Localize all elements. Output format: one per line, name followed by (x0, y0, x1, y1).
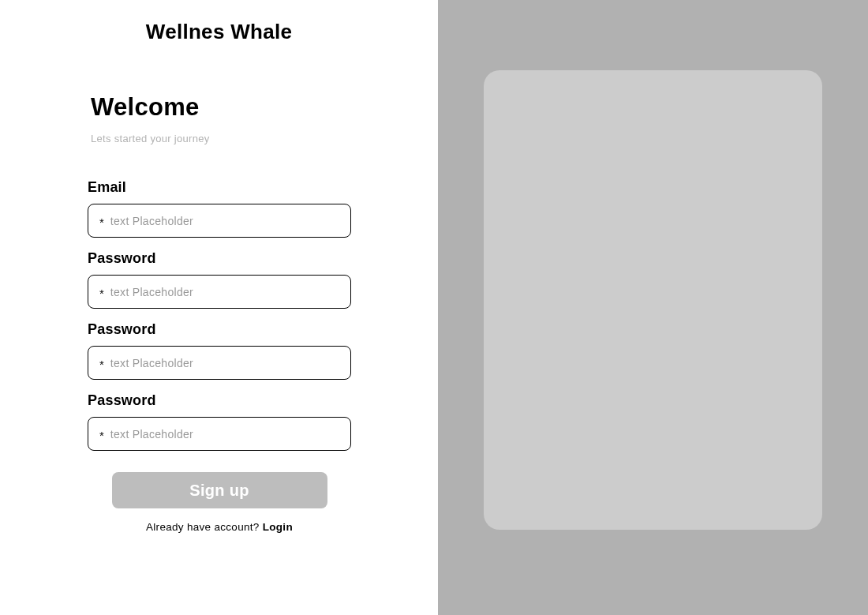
required-mark-icon: * (99, 429, 104, 442)
password-input-wrapper-1: * (88, 275, 351, 309)
required-mark-icon: * (99, 216, 104, 229)
brand-title: Wellnes Whale (0, 20, 438, 44)
password-input-wrapper-2: * (88, 346, 351, 380)
required-mark-icon: * (99, 287, 104, 300)
password-form-group-2: Password * (88, 321, 351, 380)
welcome-heading: Welcome (91, 93, 438, 122)
right-panel (438, 0, 868, 615)
login-link[interactable]: Login (263, 521, 293, 533)
welcome-subtext: Lets started your journey (91, 133, 438, 144)
login-prompt: Already have account? Login (88, 521, 351, 533)
password-form-group-3: Password * (88, 392, 351, 451)
signup-button[interactable]: Sign up (112, 472, 327, 508)
image-placeholder (484, 70, 822, 530)
welcome-section: Welcome Lets started your journey (91, 93, 438, 144)
password-label-2: Password (88, 321, 351, 338)
required-mark-icon: * (99, 358, 104, 371)
password-input-2[interactable] (110, 357, 350, 369)
password-label-3: Password (88, 392, 351, 409)
email-label: Email (88, 179, 351, 196)
left-panel: Wellnes Whale Welcome Lets started your … (0, 0, 438, 615)
email-input[interactable] (110, 215, 350, 227)
password-input-wrapper-3: * (88, 417, 351, 451)
login-prompt-text: Already have account? (146, 521, 263, 533)
email-form-group: Email * (88, 179, 351, 238)
signup-form: Email * Password * Password * Password * (88, 179, 351, 533)
email-input-wrapper: * (88, 204, 351, 238)
password-input-1[interactable] (110, 286, 350, 298)
password-input-3[interactable] (110, 428, 350, 441)
password-form-group-1: Password * (88, 250, 351, 309)
password-label-1: Password (88, 250, 351, 267)
